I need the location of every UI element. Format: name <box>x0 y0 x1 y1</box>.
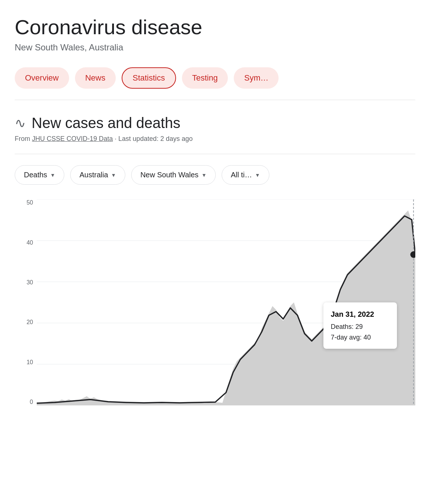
tooltip-deaths-value: 29 <box>355 323 363 330</box>
chevron-down-icon: ▼ <box>255 172 260 178</box>
tabs-nav: Overview News Statistics Testing Sym… <box>0 60 430 96</box>
filter-country[interactable]: Australia ▼ <box>70 165 125 185</box>
filter-metric[interactable]: Deaths ▼ <box>15 165 64 185</box>
source-suffix: · Last updated: 2 days ago <box>115 135 193 142</box>
tab-overview[interactable]: Overview <box>15 67 69 89</box>
chevron-down-icon: ▼ <box>201 172 207 178</box>
chart-canvas: Jan 31, 2022 Deaths: 29 7-day avg: 40 <box>37 199 415 405</box>
filter-country-label: Australia <box>79 171 108 179</box>
section-meta: From JHU CSSE COVID-19 Data · Last updat… <box>0 135 430 150</box>
source-link[interactable]: JHU CSSE COVID-19 Data <box>32 135 113 142</box>
divider-top <box>15 100 415 100</box>
tooltip-avg-label: 7-day avg: <box>331 334 362 341</box>
y-label-0: 0 <box>30 399 33 405</box>
chart-area: 50 40 30 20 10 0 <box>0 192 430 427</box>
filter-timerange[interactable]: All ti… ▼ <box>222 165 269 185</box>
filter-timerange-label: All ti… <box>231 171 252 179</box>
filter-metric-label: Deaths <box>24 171 47 179</box>
tooltip-deaths-label: Deaths: <box>331 323 354 330</box>
y-label-50: 50 <box>26 199 33 206</box>
chart-icon: ∿ <box>15 116 26 131</box>
page-title: Coronavirus disease <box>15 15 415 39</box>
divider-mid <box>15 154 415 154</box>
y-label-20: 20 <box>26 319 33 326</box>
y-label-40: 40 <box>26 239 33 246</box>
chevron-down-icon: ▼ <box>50 172 55 178</box>
y-label-30: 30 <box>26 279 33 286</box>
tab-statistics[interactable]: Statistics <box>122 67 176 89</box>
section-header: ∿ New cases and deaths <box>0 104 430 135</box>
page-subtitle: New South Wales, Australia <box>15 42 415 53</box>
chevron-down-icon: ▼ <box>111 172 116 178</box>
tab-symptoms[interactable]: Sym… <box>234 67 279 89</box>
section-title: New cases and deaths <box>32 115 180 131</box>
chart-tooltip: Jan 31, 2022 Deaths: 29 7-day avg: 40 <box>323 302 397 349</box>
page-header: Coronavirus disease New South Wales, Aus… <box>0 0 430 60</box>
y-label-10: 10 <box>26 359 33 366</box>
filter-region-label: New South Wales <box>140 171 198 179</box>
chart-wrapper: 50 40 30 20 10 0 <box>15 199 415 420</box>
y-axis: 50 40 30 20 10 0 <box>15 199 37 405</box>
tooltip-avg: 7-day avg: 40 <box>331 332 390 343</box>
tooltip-deaths: Deaths: 29 <box>331 322 390 332</box>
tab-news[interactable]: News <box>75 67 116 89</box>
tooltip-avg-value: 40 <box>363 334 371 341</box>
tooltip-date: Jan 31, 2022 <box>331 308 390 320</box>
filters-bar: Deaths ▼ Australia ▼ New South Wales ▼ A… <box>0 158 430 192</box>
tab-testing[interactable]: Testing <box>182 67 228 89</box>
filter-region[interactable]: New South Wales ▼ <box>131 165 216 185</box>
